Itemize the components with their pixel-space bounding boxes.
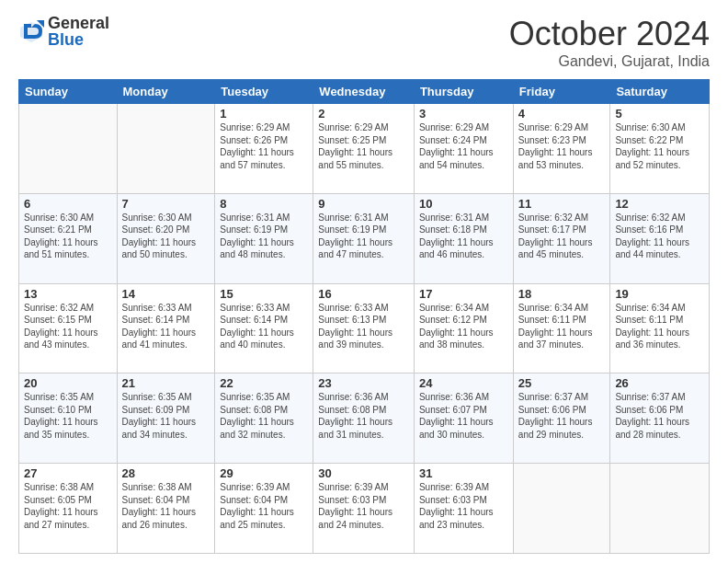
calendar-week-row: 20Sunrise: 6:35 AM Sunset: 6:10 PM Dayli… (19, 373, 710, 464)
day-number: 2 (318, 107, 409, 121)
day-info: Sunrise: 6:30 AM Sunset: 6:20 PM Dayligh… (122, 212, 210, 261)
calendar-cell: 1Sunrise: 6:29 AM Sunset: 6:26 PM Daylig… (215, 104, 313, 194)
calendar-cell: 5Sunrise: 6:30 AM Sunset: 6:22 PM Daylig… (610, 104, 710, 194)
day-info: Sunrise: 6:38 AM Sunset: 6:05 PM Dayligh… (24, 481, 112, 531)
day-number: 16 (318, 287, 409, 301)
day-info: Sunrise: 6:39 AM Sunset: 6:04 PM Dayligh… (220, 481, 308, 531)
day-number: 13 (24, 287, 112, 301)
day-number: 10 (419, 197, 508, 211)
calendar-cell: 31Sunrise: 6:39 AM Sunset: 6:03 PM Dayli… (414, 464, 513, 554)
calendar-cell: 24Sunrise: 6:36 AM Sunset: 6:07 PM Dayli… (414, 373, 513, 464)
day-number: 18 (518, 287, 606, 301)
calendar-cell (117, 104, 215, 194)
day-number: 12 (615, 197, 704, 211)
day-number: 25 (518, 376, 606, 390)
day-info: Sunrise: 6:30 AM Sunset: 6:22 PM Dayligh… (615, 121, 704, 171)
day-number: 15 (220, 287, 308, 301)
day-info: Sunrise: 6:34 AM Sunset: 6:12 PM Dayligh… (419, 302, 508, 351)
day-number: 19 (615, 287, 704, 301)
page: General Blue October 2024 Gandevi, Gujar… (0, 0, 728, 563)
logo-text: General Blue (48, 15, 109, 48)
calendar-cell: 10Sunrise: 6:31 AM Sunset: 6:18 PM Dayli… (414, 193, 513, 283)
day-number: 4 (518, 107, 606, 121)
calendar-cell: 20Sunrise: 6:35 AM Sunset: 6:10 PM Dayli… (19, 373, 118, 464)
day-info: Sunrise: 6:30 AM Sunset: 6:21 PM Dayligh… (24, 212, 112, 261)
calendar-cell: 27Sunrise: 6:38 AM Sunset: 6:05 PM Dayli… (19, 464, 118, 554)
day-info: Sunrise: 6:29 AM Sunset: 6:24 PM Dayligh… (419, 121, 508, 171)
calendar-cell (513, 464, 610, 554)
day-info: Sunrise: 6:32 AM Sunset: 6:16 PM Dayligh… (615, 212, 704, 261)
logo: General Blue (18, 15, 109, 48)
calendar-week-row: 27Sunrise: 6:38 AM Sunset: 6:05 PM Dayli… (19, 464, 710, 554)
calendar-cell: 23Sunrise: 6:36 AM Sunset: 6:08 PM Dayli… (313, 373, 415, 464)
weekday-header-tuesday: Tuesday (215, 80, 313, 104)
calendar-week-row: 1Sunrise: 6:29 AM Sunset: 6:26 PM Daylig… (19, 104, 710, 194)
calendar-header-row: SundayMondayTuesdayWednesdayThursdayFrid… (19, 80, 710, 104)
day-info: Sunrise: 6:37 AM Sunset: 6:06 PM Dayligh… (615, 391, 704, 441)
day-info: Sunrise: 6:31 AM Sunset: 6:18 PM Dayligh… (419, 212, 508, 261)
calendar-cell: 7Sunrise: 6:30 AM Sunset: 6:20 PM Daylig… (117, 193, 215, 283)
day-number: 24 (419, 376, 508, 390)
calendar-cell: 8Sunrise: 6:31 AM Sunset: 6:19 PM Daylig… (215, 193, 313, 283)
calendar-cell: 17Sunrise: 6:34 AM Sunset: 6:12 PM Dayli… (414, 283, 513, 373)
day-number: 5 (615, 107, 704, 121)
day-info: Sunrise: 6:35 AM Sunset: 6:10 PM Dayligh… (24, 391, 112, 441)
calendar-week-row: 13Sunrise: 6:32 AM Sunset: 6:15 PM Dayli… (19, 283, 710, 373)
month-title: October 2024 (509, 15, 710, 53)
day-info: Sunrise: 6:39 AM Sunset: 6:03 PM Dayligh… (419, 481, 508, 531)
calendar-cell: 18Sunrise: 6:34 AM Sunset: 6:11 PM Dayli… (513, 283, 610, 373)
day-number: 6 (24, 197, 112, 211)
day-info: Sunrise: 6:29 AM Sunset: 6:25 PM Dayligh… (318, 121, 409, 171)
generalblue-logo-icon (18, 18, 44, 44)
calendar-cell: 21Sunrise: 6:35 AM Sunset: 6:09 PM Dayli… (117, 373, 215, 464)
day-number: 29 (220, 466, 308, 480)
location-title: Gandevi, Gujarat, India (509, 53, 710, 70)
day-info: Sunrise: 6:33 AM Sunset: 6:13 PM Dayligh… (318, 302, 409, 351)
day-number: 17 (419, 287, 508, 301)
day-info: Sunrise: 6:32 AM Sunset: 6:15 PM Dayligh… (24, 302, 112, 351)
calendar-cell: 9Sunrise: 6:31 AM Sunset: 6:19 PM Daylig… (313, 193, 415, 283)
day-number: 23 (318, 376, 409, 390)
calendar-cell: 4Sunrise: 6:29 AM Sunset: 6:23 PM Daylig… (513, 104, 610, 194)
day-info: Sunrise: 6:36 AM Sunset: 6:07 PM Dayligh… (419, 391, 508, 441)
day-info: Sunrise: 6:37 AM Sunset: 6:06 PM Dayligh… (518, 391, 606, 441)
calendar-table: SundayMondayTuesdayWednesdayThursdayFrid… (18, 79, 710, 554)
day-info: Sunrise: 6:29 AM Sunset: 6:23 PM Dayligh… (518, 121, 606, 171)
day-number: 26 (615, 376, 704, 390)
day-info: Sunrise: 6:31 AM Sunset: 6:19 PM Dayligh… (220, 212, 308, 261)
calendar-cell: 30Sunrise: 6:39 AM Sunset: 6:03 PM Dayli… (313, 464, 415, 554)
header: General Blue October 2024 Gandevi, Gujar… (18, 15, 710, 70)
day-info: Sunrise: 6:39 AM Sunset: 6:03 PM Dayligh… (318, 481, 409, 531)
day-number: 8 (220, 197, 308, 211)
calendar-cell: 2Sunrise: 6:29 AM Sunset: 6:25 PM Daylig… (313, 104, 415, 194)
day-info: Sunrise: 6:33 AM Sunset: 6:14 PM Dayligh… (122, 302, 210, 351)
day-info: Sunrise: 6:32 AM Sunset: 6:17 PM Dayligh… (518, 212, 606, 261)
day-info: Sunrise: 6:38 AM Sunset: 6:04 PM Dayligh… (122, 481, 210, 531)
calendar-cell: 14Sunrise: 6:33 AM Sunset: 6:14 PM Dayli… (117, 283, 215, 373)
day-info: Sunrise: 6:36 AM Sunset: 6:08 PM Dayligh… (318, 391, 409, 441)
day-info: Sunrise: 6:34 AM Sunset: 6:11 PM Dayligh… (518, 302, 606, 351)
day-number: 21 (122, 376, 210, 390)
calendar-cell: 6Sunrise: 6:30 AM Sunset: 6:21 PM Daylig… (19, 193, 118, 283)
calendar-cell: 28Sunrise: 6:38 AM Sunset: 6:04 PM Dayli… (117, 464, 215, 554)
day-info: Sunrise: 6:35 AM Sunset: 6:09 PM Dayligh… (122, 391, 210, 441)
day-number: 28 (122, 466, 210, 480)
day-number: 14 (122, 287, 210, 301)
weekday-header-thursday: Thursday (414, 80, 513, 104)
calendar-cell: 11Sunrise: 6:32 AM Sunset: 6:17 PM Dayli… (513, 193, 610, 283)
calendar-week-row: 6Sunrise: 6:30 AM Sunset: 6:21 PM Daylig… (19, 193, 710, 283)
day-number: 3 (419, 107, 508, 121)
calendar-cell (610, 464, 710, 554)
day-number: 22 (220, 376, 308, 390)
day-info: Sunrise: 6:35 AM Sunset: 6:08 PM Dayligh… (220, 391, 308, 441)
calendar-cell: 26Sunrise: 6:37 AM Sunset: 6:06 PM Dayli… (610, 373, 710, 464)
calendar-cell: 19Sunrise: 6:34 AM Sunset: 6:11 PM Dayli… (610, 283, 710, 373)
day-number: 7 (122, 197, 210, 211)
day-info: Sunrise: 6:34 AM Sunset: 6:11 PM Dayligh… (615, 302, 704, 351)
weekday-header-sunday: Sunday (19, 80, 118, 104)
day-number: 11 (518, 197, 606, 211)
calendar-cell: 15Sunrise: 6:33 AM Sunset: 6:14 PM Dayli… (215, 283, 313, 373)
calendar-cell: 12Sunrise: 6:32 AM Sunset: 6:16 PM Dayli… (610, 193, 710, 283)
weekday-header-wednesday: Wednesday (313, 80, 415, 104)
weekday-header-monday: Monday (117, 80, 215, 104)
